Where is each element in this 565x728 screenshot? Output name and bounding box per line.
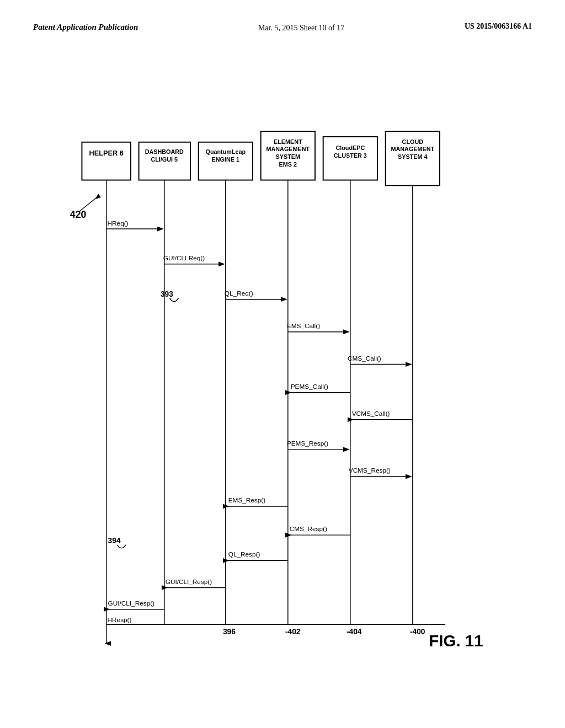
diagram-svg: 420 HELPER 6 DASHBOARD CLI/GUI 5 Quantum… <box>33 72 532 695</box>
call-guicli-resp2: GUI/CLI_Resp() <box>108 599 155 607</box>
ref-396: 396 <box>223 628 236 636</box>
fig-label: FIG. 11 <box>429 631 483 650</box>
call-pems-resp: PEMS_Resp() <box>287 440 328 447</box>
call-hresp: HResp() <box>108 616 132 623</box>
svg-text:SYSTEM 4: SYSTEM 4 <box>398 153 427 160</box>
entity-qleap-label: QuantumLeap <box>206 148 246 155</box>
entity-ems-label: ELEMENT <box>274 138 302 145</box>
entity-dashboard-label: DASHBOARD <box>145 148 184 155</box>
svg-line-0 <box>79 196 98 212</box>
ref-393: 393 <box>161 290 173 298</box>
diagram-area: 420 HELPER 6 DASHBOARD CLI/GUI 5 Quantum… <box>33 72 532 695</box>
entity-cloudepc-label: CloudEPC <box>335 144 365 151</box>
header-center: Mar. 5, 2015 Sheet 10 of 17 <box>258 22 344 34</box>
header-left: Patent Application Publication <box>33 22 138 33</box>
call-cms-resp: CMS_Resp() <box>290 525 327 532</box>
call-pems-call: PEMS_Call() <box>291 383 328 390</box>
page: Patent Application Publication Mar. 5, 2… <box>0 0 565 728</box>
ref-402: -402 <box>285 628 301 636</box>
svg-text:ENGINE 1: ENGINE 1 <box>212 156 239 163</box>
call-guicli-resp: GUI/CLI_Resp() <box>166 578 212 585</box>
entity-helper-label: HELPER 6 <box>89 149 123 157</box>
call-cms-call: CMS_Call() <box>348 355 381 362</box>
call-ems-resp: EMS_Resp() <box>228 496 266 504</box>
header-right: US 2015/0063166 A1 <box>465 22 532 31</box>
call-ql-req: QL_Req() <box>225 290 253 297</box>
call-vcms-call: VCMS_Call() <box>352 410 390 417</box>
call-hreq: HReq() <box>108 220 129 227</box>
call-ql-resp: QL_Resp() <box>228 550 260 558</box>
svg-text:SYSTEM: SYSTEM <box>276 153 300 160</box>
svg-marker-1 <box>95 194 101 199</box>
ref-394: 394 <box>108 537 121 545</box>
ref-404: -404 <box>347 628 362 636</box>
svg-text:CLI/GUI 5: CLI/GUI 5 <box>151 156 178 163</box>
svg-text:MANAGEMENT: MANAGEMENT <box>266 146 310 152</box>
svg-text:EMS 2: EMS 2 <box>279 161 297 168</box>
header: Patent Application Publication Mar. 5, 2… <box>0 0 565 45</box>
call-guicli-req: GUI/CLI Req() <box>163 254 205 261</box>
entity-cloud-label: CLOUD <box>402 138 424 145</box>
svg-text:CLUSTER 3: CLUSTER 3 <box>334 152 367 159</box>
ref-400: -400 <box>410 628 425 636</box>
call-ems-call: EMS_Call() <box>287 322 320 329</box>
svg-rect-2 <box>82 142 130 180</box>
svg-text:MANAGEMENT: MANAGEMENT <box>391 146 435 152</box>
ref-420-label: 420 <box>70 209 87 220</box>
call-vcms-resp: VCMS_Resp() <box>349 467 391 474</box>
